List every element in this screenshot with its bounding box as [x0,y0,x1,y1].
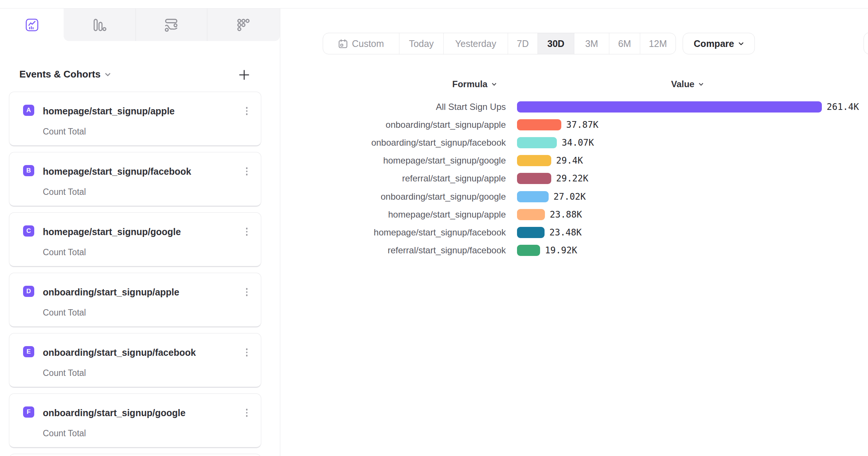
event-card[interactable]: Chomepage/start_signup/googleCount Total [9,212,261,267]
event-card[interactable]: Eonboarding/start_signup/facebookCount T… [9,333,261,388]
event-card[interactable]: Fonboarding/start_signup/googleCount Tot… [9,393,261,448]
series-value: 37.87K [566,120,599,130]
series-label: homepage/start_signup/google [280,155,506,166]
chevron-down-icon [738,42,744,45]
series-bar[interactable] [517,155,551,166]
chart-row: onboarding/start_signup/google27.02K [280,188,868,206]
series-value: 261.4K [827,102,859,112]
event-aggregation[interactable]: Count Total [43,308,86,318]
event-card[interactable]: Ahomepage/start_signup/appleCount Total [9,92,261,146]
series-label: onboarding/start_signup/apple [280,120,506,130]
chart-row: homepage/start_signup/facebook23.48K [280,224,868,241]
kebab-menu-icon[interactable] [243,225,250,238]
series-bar[interactable] [517,137,557,148]
tab-insights[interactable] [0,9,64,41]
partial-button-right-edge[interactable] [864,32,868,54]
series-value: 27.02K [553,191,586,202]
events-cohorts-header[interactable]: Events & Cohorts [19,69,111,80]
calendar-icon [338,39,348,49]
series-bar[interactable] [517,119,561,130]
event-aggregation[interactable]: Count Total [43,127,86,137]
formula-column-header[interactable]: Formula [452,79,497,89]
date-range-label: 6M [618,38,631,49]
series-value: 19.92K [545,245,577,256]
series-value: 23.88K [550,209,582,220]
value-header-label: Value [671,79,695,89]
event-letter-badge: C [23,225,34,237]
series-label: homepage/start_signup/facebook [280,227,506,238]
chart-row: homepage/start_signup/apple23.88K [280,206,868,224]
event-name: homepage/start_signup/facebook [43,166,191,177]
bar-chart-icon [93,19,106,31]
date-range-yesterday[interactable]: Yesterday [444,33,508,54]
kebab-menu-icon[interactable] [243,286,250,298]
event-name: onboarding/start_signup/facebook [43,347,196,358]
series-bar[interactable] [517,101,822,113]
series-bar[interactable] [517,173,551,184]
insights-report-page: Events & Cohorts Ahomepage/start_signup/… [0,0,868,456]
date-range-label: 30D [548,38,565,49]
chart-row: homepage/start_signup/google29.4K [280,152,868,170]
event-letter-badge: D [23,286,34,297]
event-aggregation[interactable]: Count Total [43,187,86,197]
compare-button[interactable]: Compare [683,33,755,54]
series-label: referral/start_signup/facebook [280,245,506,256]
retention-icon [237,19,250,31]
event-letter-badge: B [23,165,34,176]
kebab-menu-icon[interactable] [243,105,250,117]
series-label: onboarding/start_signup/facebook [280,137,506,148]
date-range-label: Today [409,38,434,49]
series-value: 29.22K [556,173,588,184]
event-name: homepage/start_signup/google [43,227,181,237]
kebab-menu-icon[interactable] [243,406,250,419]
tab-flows[interactable] [135,9,207,41]
event-name: onboarding/start_signup/google [43,408,185,418]
date-range-label: Yesterday [455,38,496,49]
kebab-menu-icon[interactable] [243,165,250,178]
series-bar[interactable] [517,227,545,238]
event-aggregation[interactable]: Count Total [43,368,86,378]
series-bar[interactable] [517,191,549,202]
series-bar[interactable] [517,245,540,256]
plus-icon [239,70,249,80]
series-value: 29.4K [556,155,583,166]
event-aggregation[interactable]: Count Total [43,247,86,257]
date-range-custom[interactable]: Custom [323,33,399,54]
date-range-label: 12M [649,38,667,49]
event-letter-badge: E [23,346,34,357]
formula-header-label: Formula [452,79,488,89]
chart-row: referral/start_signup/facebook19.92K [280,241,868,259]
flows-icon [164,18,179,32]
insights-icon [25,18,39,32]
event-aggregation[interactable]: Count Total [43,428,86,438]
date-range-7d[interactable]: 7D [508,33,538,54]
chart-row: All Start Sign Ups261.4K [280,98,868,116]
add-event-button[interactable] [238,69,250,81]
series-label: onboarding/start_signup/google [280,191,506,202]
series-bar[interactable] [517,209,545,220]
chart-row: referral/start_signup/apple29.22K [280,170,868,187]
date-range-6m[interactable]: 6M [609,33,640,54]
chevron-down-icon [492,83,497,86]
chart-row: onboarding/start_signup/apple37.87K [280,116,868,134]
date-range-30d[interactable]: 30D [538,33,574,54]
series-value: 34.07K [562,137,594,148]
date-range-today[interactable]: Today [399,33,444,54]
tab-bar-report[interactable] [64,9,135,41]
series-label: referral/start_signup/apple [280,173,506,184]
event-card[interactable]: Bhomepage/start_signup/facebookCount Tot… [9,152,261,207]
kebab-menu-icon[interactable] [243,346,250,359]
tab-retention[interactable] [207,9,280,41]
date-range-3m[interactable]: 3M [574,33,609,54]
event-card[interactable]: Donboarding/start_signup/appleCount Tota… [9,273,261,327]
date-range-12m[interactable]: 12M [640,33,676,54]
date-range-label: Custom [352,38,384,49]
date-range-label: 7D [517,38,529,49]
event-name: homepage/start_signup/apple [43,106,175,117]
series-label: All Start Sign Ups [280,102,506,112]
series-label: homepage/start_signup/apple [280,209,506,220]
date-range-control: CustomTodayYesterday7D30D3M6M12M [323,33,676,54]
event-name: onboarding/start_signup/apple [43,287,179,298]
value-column-header[interactable]: Value [671,79,703,89]
event-card-partial[interactable] [9,454,261,456]
